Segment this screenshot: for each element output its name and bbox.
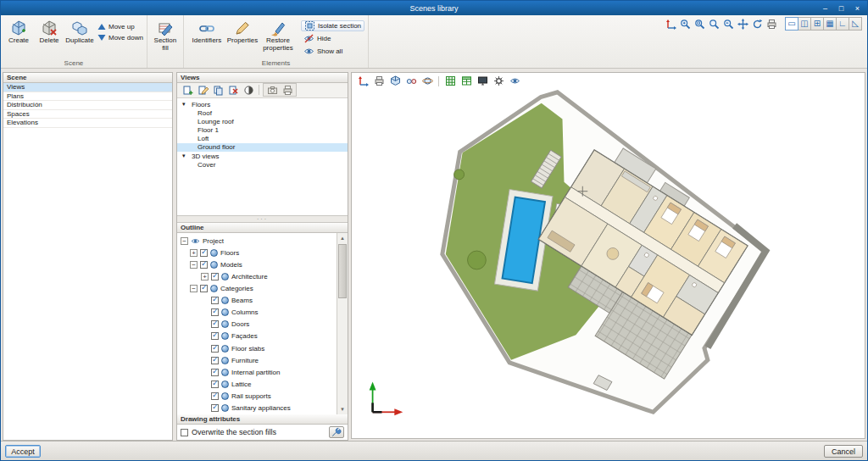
duplicate-button[interactable]: Duplicate <box>65 17 94 46</box>
scene-item-distribucion[interactable]: Distribución <box>3 101 172 110</box>
scroll-down-icon[interactable]: ▼ <box>337 404 348 414</box>
pan-icon[interactable] <box>736 18 749 31</box>
perspective-toggle-button[interactable]: ◺ <box>849 17 862 31</box>
grid-toggle-button[interactable]: ▦ <box>823 17 837 31</box>
print-view-icon[interactable] <box>281 84 294 97</box>
close-button[interactable]: × <box>849 1 865 15</box>
checkbox-checked[interactable]: ✓ <box>211 308 219 316</box>
isolate-section-button[interactable]: Isolate section <box>301 20 364 31</box>
outline-node-internal-partition[interactable]: + ✓ Internal partition <box>177 366 337 378</box>
checkbox-checked[interactable]: ✓ <box>211 297 219 304</box>
scene-item-plans[interactable]: Plans <box>3 92 172 102</box>
layout-four-windows-button[interactable]: ⊞ <box>810 17 824 31</box>
scroll-up-icon[interactable]: ▲ <box>337 233 348 243</box>
outline-node-floors[interactable]: + ✓ Floors <box>177 247 337 258</box>
edit-view-icon[interactable] <box>196 84 209 97</box>
grid-icon[interactable] <box>443 75 457 87</box>
monitor-icon[interactable] <box>476 75 489 87</box>
outline-node-furniture[interactable]: + ✓ Furniture <box>177 354 337 366</box>
axes-toggle-button[interactable]: ∟ <box>836 17 849 31</box>
collapse-icon[interactable]: − <box>190 285 198 292</box>
checkbox-checked[interactable]: ✓ <box>211 332 219 340</box>
checkbox-checked[interactable]: ✓ <box>211 357 219 364</box>
outline-node-sanitary-appliances[interactable]: + ✓ Sanitary appliances <box>177 403 337 414</box>
gear-icon[interactable] <box>492 75 505 87</box>
outline-node-categories[interactable]: − ✓ Categories <box>177 283 337 295</box>
redraw-icon[interactable] <box>750 18 764 31</box>
move-up-button[interactable]: Move up <box>97 23 143 31</box>
copy-view-icon[interactable] <box>211 84 225 97</box>
outline-scrollbar[interactable]: ▲ ▼ <box>337 233 348 414</box>
outline-node-doors[interactable]: + ✓ Doors <box>177 319 337 330</box>
create-button[interactable]: Create <box>4 17 33 46</box>
minimize-button[interactable]: – <box>817 1 833 15</box>
outline-node-columns[interactable]: + ✓ Columns <box>177 307 337 319</box>
camera-icon[interactable] <box>265 84 279 97</box>
outline-node-rail-supports[interactable]: + ✓ Rail supports <box>177 390 337 402</box>
zoom-previous-icon[interactable] <box>721 18 735 31</box>
checkbox-checked[interactable]: ✓ <box>211 404 219 412</box>
titlebar[interactable]: Scenes library – □ × <box>1 1 867 15</box>
outline-node-lattice[interactable]: + ✓ Lattice <box>177 378 337 390</box>
maximize-button[interactable]: □ <box>833 1 849 15</box>
cube-3d-icon[interactable] <box>388 75 402 87</box>
checkbox-checked[interactable]: ✓ <box>211 380 219 388</box>
section-fill-button[interactable]: Section fill <box>151 17 180 53</box>
hide-button[interactable]: Hide <box>301 33 364 44</box>
view-item-floor-1[interactable]: Floor 1 <box>177 125 348 134</box>
shadows-icon[interactable] <box>242 84 255 97</box>
identifiers-button[interactable]: Identifiers <box>187 17 226 46</box>
zoom-in-icon[interactable] <box>678 18 692 31</box>
section-fill-settings-button[interactable] <box>329 426 344 438</box>
outline-node-facades[interactable]: + ✓ Façades <box>177 330 337 342</box>
checkbox-checked[interactable]: ✓ <box>211 369 219 376</box>
restore-properties-button[interactable]: Restore properties <box>259 17 298 53</box>
delete-view-icon[interactable] <box>226 84 240 97</box>
view-item-ground-floor[interactable]: Ground floor <box>177 143 348 152</box>
view-item-lounge-roof[interactable]: Lounge roof <box>177 117 348 125</box>
reference-axes-icon[interactable] <box>664 18 677 31</box>
scene-item-elevations[interactable]: Elevations <box>3 119 172 128</box>
checkbox-checked[interactable]: ✓ <box>200 285 208 292</box>
collapse-icon[interactable]: − <box>181 237 188 245</box>
panel-splitter[interactable]: ··· <box>177 215 348 223</box>
layout-single-window-button[interactable]: ▭ <box>785 17 798 31</box>
export-print-icon[interactable] <box>372 75 386 87</box>
views-group-3d-views[interactable]: ▾3D views <box>177 152 348 160</box>
table-icon[interactable] <box>459 75 473 87</box>
floor-plan-canvas[interactable] <box>352 73 865 438</box>
cancel-button[interactable]: Cancel <box>824 445 863 458</box>
collapse-icon[interactable]: − <box>190 261 198 269</box>
view-item-cover[interactable]: Cover <box>177 160 348 169</box>
move-down-button[interactable]: Move down <box>97 34 143 42</box>
layout-two-windows-button[interactable]: ◫ <box>798 17 811 31</box>
view-item-roof[interactable]: Roof <box>177 108 348 117</box>
checkbox-checked[interactable]: ✓ <box>211 320 219 328</box>
accept-button[interactable]: Accept <box>5 445 41 458</box>
scrollbar-thumb[interactable] <box>338 244 347 298</box>
outline-node-architecture[interactable]: + ✓ Architecture <box>177 270 337 282</box>
origin-axes-icon[interactable] <box>356 75 370 87</box>
views-group-floors[interactable]: ▾Floors <box>177 100 348 108</box>
checkbox-checked[interactable]: ✓ <box>211 345 219 353</box>
print-icon[interactable] <box>765 18 778 31</box>
zoom-window-icon[interactable] <box>693 18 706 31</box>
outline-node-floor-slabs[interactable]: + ✓ Floor slabs <box>177 342 337 354</box>
anaglyph-glasses-icon[interactable] <box>404 75 418 87</box>
zoom-extents-icon[interactable] <box>707 18 721 31</box>
checkbox-checked[interactable]: ✓ <box>200 249 208 257</box>
outline-root-project[interactable]: − Project <box>177 235 337 247</box>
scene-item-views[interactable]: Views <box>3 83 172 92</box>
show-all-button[interactable]: Show all <box>301 46 364 57</box>
expand-icon[interactable]: + <box>201 273 209 280</box>
outline-node-models[interactable]: − ✓ Models <box>177 258 337 270</box>
properties-button[interactable]: Properties <box>228 17 257 46</box>
drawing-viewport[interactable] <box>351 72 865 439</box>
outline-node-beams[interactable]: + ✓ Beams <box>177 295 337 307</box>
scene-item-spaces[interactable]: Spaces <box>3 110 172 119</box>
expand-icon[interactable]: + <box>190 249 198 257</box>
checkbox-checked[interactable]: ✓ <box>200 261 208 269</box>
add-view-icon[interactable] <box>181 84 194 97</box>
visibility-icon[interactable] <box>508 75 521 87</box>
orbit-icon[interactable] <box>420 75 434 87</box>
